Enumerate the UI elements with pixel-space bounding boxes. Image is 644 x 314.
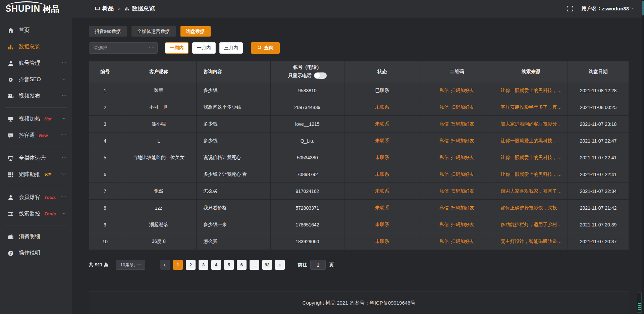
range-month-button[interactable]: 一月内 — [192, 42, 216, 54]
scrollbar-thumb[interactable] — [642, 1, 644, 15]
page-button-3[interactable]: 3 — [199, 260, 208, 270]
sidebar-item-video-heat[interactable]: 视频加热 Hot ﹀ — [0, 111, 72, 127]
page-button-4[interactable]: 4 — [211, 260, 221, 270]
total-count: 共 911 条 — [89, 262, 108, 268]
sidebar-item-account-mgmt[interactable]: 账号管理 ﹀ — [0, 55, 72, 71]
sidebar-item-matrix-boost[interactable]: 矩阵助推 VIP ﹀ — [0, 166, 72, 183]
source-link[interactable]: 客厅安装投影半年多了，真实... — [494, 99, 568, 116]
page-button-6[interactable]: 6 — [237, 260, 247, 270]
col-status: 状态 — [344, 61, 420, 82]
sidebar-item-lead-monitor[interactable]: 线索监控 Tools ﹀ — [0, 206, 72, 222]
breadcrumb-app[interactable]: 树品 — [102, 5, 114, 12]
scan-add-friend-link[interactable]: 扫码加好友 — [451, 121, 474, 126]
fullscreen-icon[interactable] — [567, 6, 573, 11]
sidebar-item-member-burst[interactable]: 会员爆客 Tools ﹀ — [0, 189, 72, 206]
phone-only-label: 只显示电话 — [288, 73, 312, 79]
monitor-icon — [7, 155, 14, 162]
footer: Copyright 树品 2021 备案号：粤ICP备09019646号 — [89, 292, 629, 314]
range-week-button[interactable]: 一周内 — [165, 42, 189, 54]
scan-add-friend-link[interactable]: 扫码加好友 — [451, 239, 474, 244]
scan-add-friend-link[interactable]: 扫码加好友 — [451, 171, 474, 177]
status-pending: 未联系 — [344, 183, 420, 200]
prev-page-button[interactable] — [160, 260, 170, 270]
scan-add-friend-link[interactable]: 扫码加好友 — [451, 188, 474, 194]
private-msg-link[interactable]: 私信 — [439, 171, 449, 177]
source-link[interactable]: 被大家追着问的客厅投影分享... — [494, 116, 568, 133]
private-msg-link[interactable]: 私信 — [439, 239, 449, 244]
breadcrumb-page[interactable]: 数据总览 — [132, 5, 155, 12]
tab-douyin-seo-data[interactable]: 抖音seo数据 — [89, 26, 127, 37]
sidebar-item-douketong[interactable]: 抖客通 New ﹀ — [0, 127, 72, 144]
private-msg-link[interactable]: 私信 — [439, 188, 449, 194]
scan-add-friend-link[interactable]: 扫码加好友 — [451, 155, 474, 160]
range-quarter-button[interactable]: 三月内 — [219, 42, 243, 54]
phone-only-toggle[interactable] — [314, 72, 327, 79]
sidebar-item-label: 操作说明 — [19, 250, 40, 257]
private-msg-link[interactable]: 私信 — [439, 222, 449, 227]
col-date: 询盘日期 — [568, 61, 629, 82]
table-row: 8 zzz 我只看价格 572803371 未联系 私信扫码加好友 如何正确选择… — [89, 200, 629, 216]
person-icon — [7, 194, 14, 201]
page-ellipsis-button[interactable]: ... — [250, 260, 259, 270]
scrollbar[interactable] — [642, 0, 644, 314]
chevron-down-icon: ﹀ — [61, 133, 67, 138]
source-link[interactable]: 让你一眼就爱上的黑科技，能... — [494, 133, 568, 149]
logo-text-en: SHUPIN — [5, 3, 40, 14]
source-link[interactable]: 如何正确选择投影仪，买投影... — [494, 200, 568, 216]
sidebar-item-spend-detail[interactable]: 消费明细 — [0, 228, 72, 245]
next-page-button[interactable] — [275, 260, 285, 270]
sidebar-item-douyin-seo[interactable]: 抖音SEO ﹀ — [0, 71, 72, 88]
page-button-5[interactable]: 5 — [224, 260, 234, 270]
username-value: zswodun88 — [602, 6, 629, 11]
private-msg-link[interactable]: 私信 — [439, 205, 449, 210]
gear-icon — [7, 76, 14, 83]
brand-logo[interactable]: SHUPIN 树品 — [0, 0, 72, 17]
page-button-2[interactable]: 2 — [186, 260, 196, 270]
private-msg-link[interactable]: 私信 — [439, 88, 449, 93]
status-pending: 未联系 — [344, 116, 420, 133]
tab-inquiry-data[interactable]: 询盘数据 — [180, 26, 211, 37]
search-icon — [257, 45, 262, 51]
source-link[interactable]: 感谢大家喜欢我家，被问了好... — [494, 183, 568, 200]
inquiry-table: 编号 客户昵称 咨询内容 帐号（电话） 只显示电话 — [89, 61, 629, 250]
table-row: 3 狐小狸 多少钱 love__1215 未联系 私信扫码加好友 被大家追着问的… — [89, 116, 629, 133]
bar-chart-icon — [7, 44, 14, 50]
app-window: SHUPIN 树品 首页 数据总览 账号管理 ﹀ 抖音SEO ﹀ — [0, 0, 644, 314]
sidebar-item-data-overview[interactable]: 数据总览 — [0, 39, 72, 55]
private-msg-link[interactable]: 私信 — [439, 104, 449, 110]
sidebar-item-video-publish[interactable]: 视频发布 ﹀ — [0, 88, 72, 104]
source-link[interactable]: 多功能护栏灯，适用于乡村文... — [494, 216, 568, 233]
col-account: 帐号（电话） 只显示电话 — [270, 61, 344, 82]
display-icon — [7, 116, 14, 122]
private-msg-link[interactable]: 私信 — [439, 138, 449, 143]
page-size-select[interactable]: 10条/页 ﹀ — [116, 260, 145, 270]
source-link[interactable]: 让你一眼就爱上的黑科技，能... — [494, 166, 568, 183]
scan-add-friend-link[interactable]: 扫码加好友 — [451, 138, 474, 143]
tab-all-media-data[interactable]: 全媒体运营数据 — [131, 26, 176, 37]
sidebar-divider — [5, 186, 67, 186]
page-button-1[interactable]: 1 — [173, 260, 183, 270]
floating-widget[interactable] — [637, 293, 642, 313]
search-button[interactable]: 查询 — [251, 42, 280, 54]
goto-label: 前往 — [298, 262, 307, 268]
table-row: 2 不可一世 我想问这个多少钱 2097344839 未联系 私信扫码加好友 客… — [89, 99, 629, 116]
user-menu[interactable]: 用户名： zswodun88 ﹀ — [582, 5, 635, 12]
chevron-down-icon: ﹀ — [61, 172, 67, 177]
source-link[interactable]: 无主灯设计，智能磁吸轨道灯... — [494, 233, 568, 250]
account-select[interactable]: 请选择 ﹀ — [89, 42, 158, 54]
source-link[interactable]: 让你一眼就爱上的黑科技，能... — [494, 149, 568, 166]
scan-add-friend-link[interactable]: 扫码加好友 — [451, 222, 474, 227]
goto-page-input[interactable] — [310, 260, 326, 270]
sidebar-item-help[interactable]: ? 操作说明 — [0, 245, 72, 261]
private-msg-link[interactable]: 私信 — [439, 155, 449, 160]
source-link[interactable]: 让你一眼就爱上的黑科技，能... — [494, 82, 568, 99]
sidebar-item-all-media[interactable]: 全媒体运营 ﹀ — [0, 150, 72, 166]
sidebar-item-home[interactable]: 首页 — [0, 22, 72, 39]
page-button-92[interactable]: 92 — [262, 260, 272, 270]
table-row: 4 L 多少钱 Q_Liu. 未联系 私信扫码加好友 让你一眼就爱上的黑科技，能… — [89, 133, 629, 149]
private-msg-link[interactable]: 私信 — [439, 121, 449, 126]
scan-add-friend-link[interactable]: 扫码加好友 — [451, 104, 474, 110]
scan-add-friend-link[interactable]: 扫码加好友 — [451, 88, 474, 93]
scan-add-friend-link[interactable]: 扫码加好友 — [451, 205, 474, 210]
sidebar-divider — [5, 225, 67, 225]
